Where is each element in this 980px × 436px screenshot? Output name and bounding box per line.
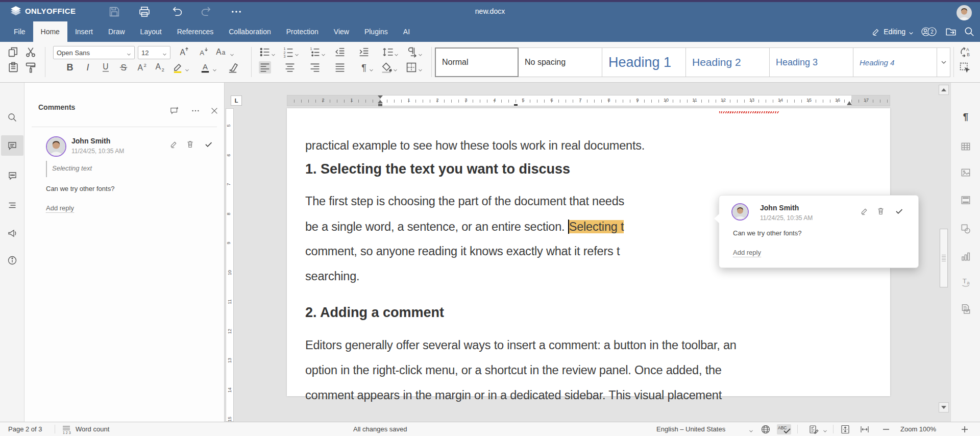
edit-comment-icon[interactable]	[860, 207, 869, 215]
outdent-icon[interactable]	[334, 46, 346, 58]
style-no-spacing[interactable]: No spacing	[519, 47, 602, 77]
align-left-icon[interactable]	[259, 61, 271, 74]
add-reply-link[interactable]: Add reply	[46, 204, 74, 213]
format-painter-icon[interactable]	[24, 61, 37, 74]
settings-headerfooter-settings[interactable]	[955, 190, 976, 210]
numbering-icon[interactable]: 123	[282, 46, 295, 58]
sidebar-item-chat[interactable]	[1, 165, 23, 186]
menu-tab-plugins[interactable]: Plugins	[357, 21, 396, 42]
chevron-down-icon[interactable]	[393, 65, 398, 70]
delete-comment-icon[interactable]	[876, 207, 885, 215]
change-case-icon[interactable]: Aa	[214, 46, 227, 58]
style-gallery-more-button[interactable]	[937, 47, 950, 77]
left-indent-marker[interactable]	[378, 104, 382, 106]
tab-stop-selector[interactable]: L	[231, 95, 242, 106]
document-heading[interactable]: 2. Adding a comment	[305, 305, 875, 321]
comment-highlighted-text[interactable]: Selecting t	[569, 220, 624, 233]
multilevel-icon[interactable]: 1	[309, 46, 321, 58]
save-icon[interactable]	[108, 6, 120, 18]
settings-textart-settings[interactable]: Ta	[955, 272, 976, 293]
redo-icon[interactable]	[200, 6, 212, 18]
bold-icon[interactable]: B	[64, 61, 76, 74]
print-icon[interactable]	[138, 6, 151, 18]
underline-icon[interactable]: U	[100, 61, 112, 74]
menu-tab-layout[interactable]: Layout	[133, 21, 169, 42]
settings-chart-settings[interactable]	[955, 246, 976, 267]
menu-tab-references[interactable]: References	[169, 21, 222, 42]
menu-tab-draw[interactable]: Draw	[101, 21, 133, 42]
chevron-down-icon[interactable]	[271, 50, 276, 55]
chevron-down-icon[interactable]	[418, 65, 423, 70]
chevron-down-icon[interactable]	[394, 50, 399, 55]
menu-tab-file[interactable]: File	[6, 21, 33, 42]
right-indent-marker[interactable]	[847, 101, 852, 105]
font-color-icon[interactable]: A	[199, 61, 211, 74]
chevron-down-icon[interactable]	[321, 50, 326, 55]
fit-page-icon[interactable]	[840, 424, 850, 434]
delete-comment-icon[interactable]	[186, 140, 194, 149]
shading-icon[interactable]	[380, 61, 393, 74]
scroll-down-button[interactable]	[939, 402, 949, 413]
copy-icon[interactable]	[7, 46, 19, 58]
chevron-down-icon[interactable]	[185, 65, 189, 70]
document-paragraph-line[interactable]: practical example to see how these tools…	[305, 139, 875, 153]
vertical-scrollbar[interactable]	[938, 83, 949, 422]
superscript-icon[interactable]: A2	[135, 61, 148, 74]
track-changes-icon[interactable]	[808, 424, 819, 434]
hanging-indent-marker[interactable]	[378, 100, 383, 103]
more-icon[interactable]	[230, 6, 242, 18]
zoom-out-button[interactable]	[881, 424, 891, 434]
bullets-icon[interactable]	[259, 46, 271, 58]
resolve-comment-icon[interactable]	[204, 140, 213, 149]
replace-icon[interactable]: AB	[959, 46, 971, 58]
close-panel-icon[interactable]	[210, 106, 219, 115]
menu-tab-home[interactable]: Home	[33, 21, 67, 42]
page-indicator[interactable]: Page 2 of 3	[8, 425, 42, 433]
zoom-level[interactable]: Zoom 100%	[900, 425, 936, 433]
scroll-thumb[interactable]	[940, 229, 948, 287]
align-right-icon[interactable]	[309, 61, 321, 74]
add-comment-icon[interactable]	[170, 106, 179, 115]
document-paragraph-line[interactable]: Editors generally offer several ways to …	[305, 338, 875, 352]
menu-tab-protection[interactable]: Protection	[279, 21, 326, 42]
zoom-in-button[interactable]	[960, 424, 970, 434]
undo-icon[interactable]	[171, 6, 183, 18]
edit-comment-icon[interactable]	[169, 140, 178, 149]
editing-mode-selector[interactable]: Editing	[871, 27, 914, 36]
font-family-select[interactable]: Open Sans	[53, 46, 135, 59]
borders-icon[interactable]	[405, 61, 418, 74]
settings-image-settings[interactable]	[955, 162, 976, 183]
chevron-down-icon[interactable]	[295, 50, 299, 55]
word-count-label[interactable]: Word count	[76, 425, 109, 433]
settings-paragraph-settings[interactable]: ¶	[955, 106, 976, 127]
menu-tab-collaboration[interactable]: Collaboration	[221, 21, 279, 42]
settings-shape-settings[interactable]	[955, 219, 976, 239]
style-heading-3[interactable]: Heading 3	[770, 47, 853, 77]
clear-style-icon[interactable]	[227, 61, 239, 74]
nonprinting-icon[interactable]: ¶	[358, 61, 370, 74]
indent-icon[interactable]	[358, 46, 370, 58]
menu-tab-view[interactable]: View	[326, 21, 357, 42]
sidebar-item-about[interactable]	[1, 250, 23, 271]
open-file-location-icon[interactable]	[945, 26, 957, 37]
style-heading-2[interactable]: Heading 2	[686, 47, 770, 77]
chevron-down-icon[interactable]	[212, 65, 217, 70]
menu-tab-insert[interactable]: Insert	[67, 21, 101, 42]
cut-icon[interactable]	[24, 46, 37, 58]
italic-icon[interactable]: I	[82, 61, 94, 74]
document-paragraph-line[interactable]: option in the right-click menu, or a sho…	[305, 364, 875, 377]
font-size-select[interactable]: 12	[138, 46, 170, 59]
menu-tab-ai[interactable]: AI	[396, 21, 418, 42]
fit-width-icon[interactable]	[860, 424, 870, 434]
add-reply-link[interactable]: Add reply	[733, 249, 761, 257]
sidebar-item-feedback[interactable]	[1, 223, 23, 244]
settings-mailmerge[interactable]	[955, 299, 976, 319]
style-normal[interactable]: Normal	[435, 47, 519, 77]
scroll-up-button[interactable]	[939, 85, 949, 95]
highlight-color-icon[interactable]	[172, 61, 184, 74]
user-avatar[interactable]	[957, 5, 972, 20]
document-language-icon[interactable]	[761, 424, 771, 434]
subscript-icon[interactable]: A2	[153, 61, 165, 74]
document-heading[interactable]: 1. Selecting the text you want to discus…	[305, 161, 875, 177]
strikeout-icon[interactable]: S	[117, 61, 130, 74]
